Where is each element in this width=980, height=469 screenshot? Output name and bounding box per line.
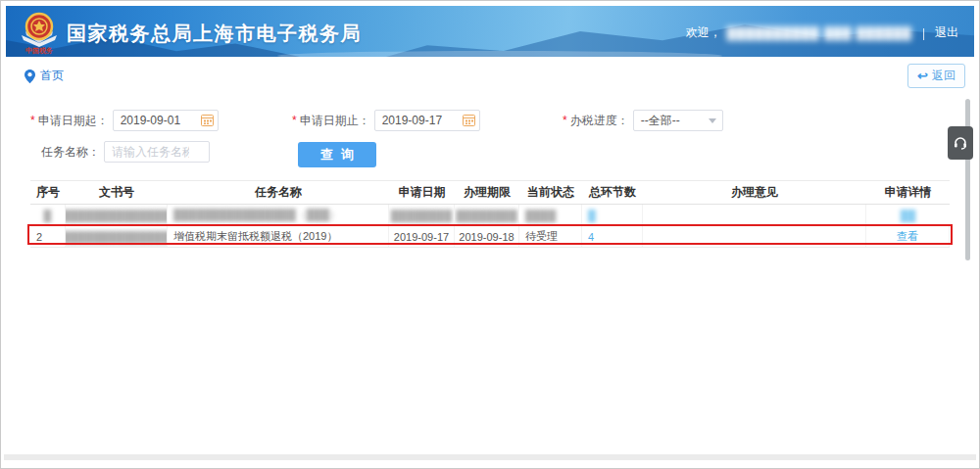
- progress-field: * 办税进度： --全部--: [563, 110, 723, 131]
- steps-link-redacted[interactable]: █: [588, 210, 596, 221]
- page-title: 国家税务总局上海市电子税务局: [67, 21, 362, 47]
- view-link-redacted[interactable]: ██: [901, 210, 916, 221]
- task-name-input[interactable]: [104, 141, 210, 163]
- app-header: 中国税务 国家税务总局上海市电子税务局 欢迎， ██████████ ███ █…: [6, 6, 974, 57]
- cell-task-name-redacted: ████████████████（███）: [173, 208, 340, 222]
- col-header-steps: 总环节数: [582, 184, 643, 201]
- cell-deadline: 2019-09-18: [459, 231, 514, 243]
- table-row[interactable]: █ ██████████████ ████████████████（███） █…: [30, 205, 950, 226]
- date-end-field: * 申请日期止：: [292, 110, 480, 131]
- query-button[interactable]: 查询: [298, 142, 376, 167]
- cell-doc-no-redacted: ██████████████: [66, 210, 168, 221]
- user-separator: |: [922, 26, 925, 40]
- back-arrow-icon: ↩: [917, 70, 928, 82]
- username-redacted: ██████████ ███ ██████: [727, 26, 912, 40]
- back-button[interactable]: ↩ 返回: [907, 64, 965, 88]
- logout-link[interactable]: 退出: [935, 24, 958, 41]
- scrollbar-thumb[interactable]: [965, 99, 970, 260]
- col-header-opinion: 办理意见: [643, 184, 866, 201]
- cell-seq-redacted: █: [44, 210, 52, 221]
- col-header-seq: 序号: [30, 184, 66, 201]
- progress-selected-value: --全部--: [641, 113, 680, 129]
- required-mark: *: [30, 114, 35, 127]
- cell-doc-no-redacted: ██████████████: [66, 231, 168, 243]
- col-header-detail: 申请详情: [866, 184, 950, 201]
- logo-caption: 中国税务: [25, 46, 53, 55]
- table-row-selected[interactable]: 2 ██████████████ 增值税期末留抵税额退税（2019） 2019-…: [30, 226, 950, 248]
- required-mark: *: [563, 114, 567, 127]
- col-header-task-name: 任务名称: [168, 184, 389, 201]
- chevron-down-icon: [709, 118, 716, 123]
- progress-label: 办税进度：: [570, 113, 629, 129]
- wave-decoration: [277, 51, 722, 57]
- cell-status-redacted: ████: [525, 210, 556, 221]
- headset-icon: [953, 135, 968, 151]
- cell-status: 待受理: [525, 229, 558, 244]
- col-header-status: 当前状态: [519, 184, 582, 201]
- date-start-field: * 申请日期起：: [30, 110, 219, 131]
- footer-strip: [4, 454, 976, 460]
- calendar-icon[interactable]: [463, 114, 475, 126]
- col-header-apply-date: 申请日期: [389, 184, 455, 201]
- calendar-icon[interactable]: [201, 114, 214, 126]
- location-pin-icon: [24, 70, 35, 83]
- cell-seq: 2: [36, 231, 42, 243]
- task-name-label: 任务名称：: [41, 144, 100, 161]
- date-end-label: 申请日期止：: [300, 113, 370, 129]
- col-header-deadline: 办理期限: [455, 184, 519, 201]
- customer-service-button[interactable]: [948, 126, 973, 160]
- welcome-text: 欢迎，: [686, 24, 721, 41]
- breadcrumb[interactable]: 首页: [24, 68, 64, 84]
- view-link[interactable]: 查看: [897, 229, 918, 244]
- back-button-label: 返回: [932, 68, 956, 84]
- col-header-doc-no: 文书号: [66, 184, 168, 201]
- cell-apply-date-redacted: ████████: [391, 210, 452, 221]
- required-mark: *: [292, 114, 297, 127]
- results-table: 序号 文书号 任务名称 申请日期 办理期限 当前状态 总环节数 办理意见 申请详…: [30, 180, 950, 248]
- breadcrumb-home-label: 首页: [40, 68, 64, 84]
- cell-deadline-redacted: ████████: [456, 210, 516, 221]
- date-start-label: 申请日期起：: [38, 113, 109, 129]
- steps-link[interactable]: 4: [588, 231, 594, 243]
- cell-task-name: 增值税期末留抵税额退税（2019）: [173, 229, 337, 244]
- user-area: 欢迎， ██████████ ███ ██████ | 退出: [686, 24, 958, 41]
- page: 中国税务 国家税务总局上海市电子税务局 欢迎， ██████████ ███ █…: [0, 0, 980, 469]
- task-name-field: 任务名称：: [41, 141, 210, 163]
- tax-emblem-logo: 中国税务: [16, 10, 63, 55]
- table-header-row: 序号 文书号 任务名称 申请日期 办理期限 当前状态 总环节数 办理意见 申请详…: [30, 180, 950, 205]
- cell-apply-date: 2019-09-17: [394, 231, 449, 243]
